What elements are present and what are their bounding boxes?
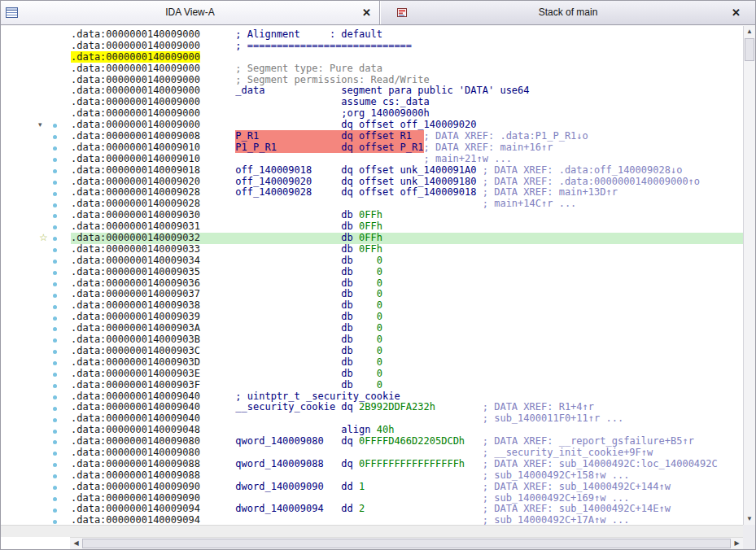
listing-line[interactable]: .data:0000000140009033 db 0FFh (71, 244, 743, 255)
listing-text: 0 (359, 379, 382, 391)
address-label: .data:0000000140009048 (71, 424, 200, 435)
listing-line[interactable]: .data:0000000140009000 ; ===============… (71, 41, 743, 52)
listing-text: db (235, 356, 359, 368)
horizontal-scrollbar[interactable]: ◀ ▶ (70, 537, 743, 549)
listing-line[interactable]: .data:0000000140009000 ; Segment permiss… (71, 75, 743, 86)
close-tab-ida-view-a-icon[interactable]: ✕ (362, 1, 371, 24)
listing-text: qword_140009088 dq (235, 458, 359, 469)
navband-dot (53, 486, 57, 490)
navband-dot (53, 327, 57, 331)
close-tab-stack-of-main-icon[interactable]: ✕ (732, 1, 741, 24)
navband-dot (53, 316, 57, 321)
listing-line[interactable]: .data:0000000140009040 ; sub_1400011F0+1… (71, 413, 743, 425)
navband-dot (53, 225, 57, 229)
listing-text: 0 (359, 334, 382, 345)
listing-text: dword_140009090 dd (235, 481, 359, 492)
listing-line[interactable]: .data:0000000140009018 off_140009018 dq … (71, 165, 743, 177)
listing-line[interactable]: .data:0000000140009094 dword_140009094 d… (71, 504, 743, 515)
listing-line[interactable]: .data:0000000140009080 qword_140009080 d… (71, 436, 743, 447)
listing-line[interactable]: .data:0000000140009000 ; Alignment : def… (71, 29, 743, 41)
listing-line[interactable]: .data:000000014000903A db 0 (71, 323, 743, 334)
listing-text: ; Segment type: Pure data (235, 63, 382, 74)
disassembly-view[interactable]: ▾☆ .data:0000000140009000 ; Alignment : … (1, 26, 743, 525)
listing-text: db (235, 288, 359, 299)
listing-line[interactable]: .data:0000000140009010 P1_P_R1 dq offset… (71, 142, 743, 154)
listing-text: 0 (359, 299, 382, 311)
status-bar: 00007000 0000000140009000: .data:0000000… (1, 525, 743, 537)
listing-line[interactable]: .data:0000000140009037 db 0 (71, 289, 743, 300)
listing-line[interactable]: .data:0000000140009030 db 0FFh (71, 210, 743, 221)
listing-line[interactable]: .data:0000000140009090 dword_140009090 d… (71, 482, 743, 493)
xref-comment: ; __security_init_cookie+9F↑w (483, 447, 653, 458)
navband-dot (53, 305, 57, 309)
listing-line[interactable]: .data:0000000140009040 __security_cookie… (71, 402, 743, 413)
listing-line[interactable]: .data:000000014000903E db 0 (71, 369, 743, 380)
collapse-arrow-icon[interactable]: ▾ (38, 120, 42, 131)
address-label: .data:0000000140009000 (71, 40, 200, 51)
vertical-scrollbar[interactable]: ▲ ▼ (743, 26, 755, 525)
listing-line[interactable]: .data:0000000140009032 db 0FFh (71, 233, 743, 244)
listing-text: ; ============================ (235, 40, 412, 51)
navband-dot (53, 135, 57, 139)
listing-line[interactable]: .data:000000014000903F db 0 (71, 380, 743, 391)
navband-dot (53, 260, 57, 264)
xref-comment: ; DATA XREF: main+13D↑r (483, 186, 618, 198)
listing-line[interactable]: .data:0000000140009000 _data segment par… (71, 85, 743, 97)
tab-ida-view-a[interactable]: IDA View-A ✕ (1, 1, 380, 24)
listing-line[interactable]: .data:0000000140009040 ; uintptr_t _secu… (71, 391, 743, 403)
navband-dot (53, 181, 57, 185)
address-label: .data:0000000140009032 (71, 232, 200, 243)
address-label: .data:0000000140009000 (71, 107, 200, 119)
listing-line[interactable]: .data:0000000140009038 db 0 (71, 300, 743, 312)
listing-text (235, 198, 482, 209)
listing-line[interactable]: .data:0000000140009000 (71, 52, 743, 63)
listing-line[interactable]: .data:000000014000903C db 0 (71, 346, 743, 357)
navband-dot (53, 463, 57, 467)
xref-comment: ; sub_1400011F0+11↑r ... (483, 412, 623, 424)
scroll-down-icon[interactable]: ▼ (744, 513, 755, 525)
listing-line[interactable]: .data:0000000140009000 dq offset off_140… (71, 120, 743, 131)
listing-line[interactable]: .data:0000000140009028 ; main+14C↑r ... (71, 199, 743, 210)
listing-line[interactable]: .data:0000000140009034 db 0 (71, 255, 743, 267)
xref-comment: ; DATA XREF: __report_gsfailure+B5↑r (483, 435, 694, 447)
navband-dot (53, 440, 57, 444)
scroll-left-icon[interactable]: ◀ (70, 538, 82, 549)
address-label: .data:0000000140009080 (71, 435, 200, 447)
listing-line[interactable]: .data:0000000140009080 ; __security_init… (71, 447, 743, 459)
listing-line[interactable]: .data:0000000140009031 db 0FFh (71, 221, 743, 233)
listing-line[interactable]: .data:0000000140009048 align 40h (71, 425, 743, 436)
listing-line[interactable]: .data:0000000140009088 qword_140009088 d… (71, 459, 743, 470)
listing-line[interactable]: .data:0000000140009000 ;org 140009000h (71, 108, 743, 120)
bookmark-star-icon[interactable]: ☆ (39, 233, 48, 244)
listing-line[interactable]: .data:0000000140009088 ; sub_14000492C+1… (71, 470, 743, 482)
scrollbar-corner (743, 525, 755, 549)
scroll-right-icon[interactable]: ▶ (731, 538, 743, 549)
listing-line[interactable]: .data:0000000140009028 off_140009028 dq … (71, 187, 743, 199)
listing-line[interactable]: .data:0000000140009000 assume cs:_data (71, 97, 743, 108)
listing-line[interactable]: .data:0000000140009008 P_R1 dq offset R1… (71, 131, 743, 142)
ida-view-window: IDA View-A ✕ Stack of main ✕ ▾☆ .data:00… (0, 0, 756, 550)
listing-line[interactable]: .data:0000000140009035 db 0 (71, 267, 743, 278)
listing-line[interactable]: .data:0000000140009010 ; main+21↑w ... (71, 154, 743, 165)
listing-line[interactable]: .data:000000014000903D db 0 (71, 357, 743, 369)
listing-line[interactable]: .data:0000000140009036 db 0 (71, 278, 743, 290)
listing-text: 0FFh (359, 209, 382, 220)
listing-text: db (235, 266, 359, 277)
xref-comment: ; main+14C↑r ... (483, 198, 577, 209)
listing-line[interactable]: .data:0000000140009020 off_140009020 dq … (71, 177, 743, 188)
tab-stack-of-main[interactable]: Stack of main ✕ (380, 1, 755, 24)
listing-line[interactable]: .data:0000000140009039 db 0 (71, 312, 743, 323)
horizontal-scrollbar-thumb[interactable] (82, 539, 731, 548)
tab-label-stack-of-main: Stack of main (381, 1, 755, 24)
address-label: .data:0000000140009031 (71, 220, 200, 232)
scroll-up-icon[interactable]: ▲ (744, 26, 755, 37)
navband-dot (53, 452, 57, 456)
address-label: .data:0000000140009000 (71, 85, 200, 96)
listing-line[interactable]: .data:000000014000903B db 0 (71, 334, 743, 346)
listing-line[interactable]: .data:0000000140009090 ; sub_14000492C+1… (71, 493, 743, 504)
navband-dot (53, 407, 57, 411)
listing-line[interactable]: .data:0000000140009000 ; Segment type: P… (71, 63, 743, 75)
vertical-scrollbar-thumb[interactable] (745, 38, 754, 61)
listing-line[interactable]: .data:0000000140009094 ; sub_14000492C+1… (71, 515, 743, 525)
listing-text: off_140009020 dq offset unk_140009180 (235, 176, 482, 187)
